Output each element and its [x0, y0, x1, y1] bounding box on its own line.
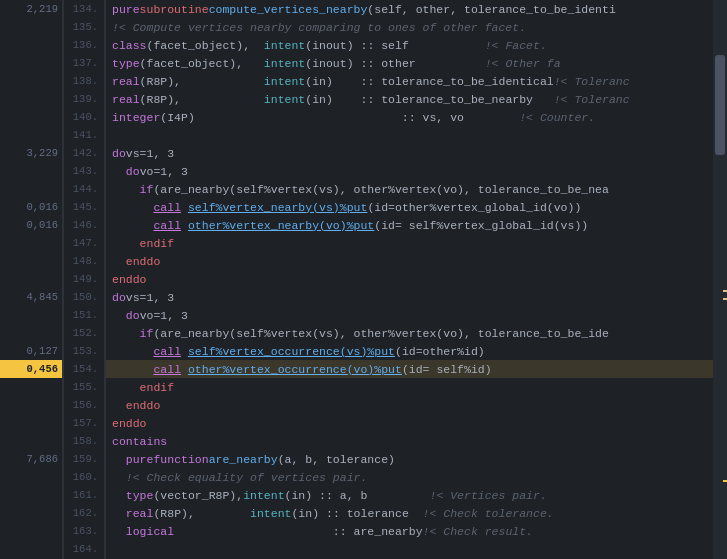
line-number: 139. [64, 90, 104, 108]
line-number: 162. [64, 504, 104, 522]
code-line [106, 126, 713, 144]
code-line: integer(I4P) :: vs, vo !< Counter. [106, 108, 713, 126]
gutter-row: 0,127 [0, 342, 62, 360]
gutter-row [0, 378, 62, 396]
line-number: 158. [64, 432, 104, 450]
gutter-row [0, 54, 62, 72]
gutter-row [0, 306, 62, 324]
code-line: do vs=1, 3 [106, 144, 713, 162]
code-line: endif [106, 234, 713, 252]
scrollbar-marker-2 [723, 298, 727, 300]
line-number: 145. [64, 198, 104, 216]
gutter-row [0, 468, 62, 486]
line-number: 144. [64, 180, 104, 198]
code-line: type(facet_object), intent(inout) :: oth… [106, 54, 713, 72]
line-number: 160. [64, 468, 104, 486]
scrollbar[interactable] [713, 0, 727, 559]
line-numbers: 134.135.136.137.138.139.140.141.142.143.… [64, 0, 104, 559]
code-line [106, 540, 713, 558]
line-number: 146. [64, 216, 104, 234]
gutter-row [0, 18, 62, 36]
line-number: 155. [64, 378, 104, 396]
code-line: real(R8P), intent(in) :: tolerance_to_be… [106, 72, 713, 90]
line-number: 154. [64, 360, 104, 378]
code-line: call self%vertex_occurrence(vs)%put(id=o… [106, 342, 713, 360]
code-editor: 2,2193,2290,0160,0164,8450,1270,4567,686… [0, 0, 727, 559]
gutter-row [0, 324, 62, 342]
gutter-row [0, 432, 62, 450]
line-number: 150. [64, 288, 104, 306]
line-number: 156. [64, 396, 104, 414]
line-number: 163. [64, 522, 104, 540]
line-number: 136. [64, 36, 104, 54]
line-number: 143. [64, 162, 104, 180]
code-line: call other%vertex_occurrence(vo)%put(id=… [106, 360, 713, 378]
line-number: 153. [64, 342, 104, 360]
code-line: if (are_nearby(self%vertex(vs), other%ve… [106, 180, 713, 198]
code-line: enddo [106, 396, 713, 414]
gutter-row [0, 414, 62, 432]
line-number: 152. [64, 324, 104, 342]
gutter-row [0, 270, 62, 288]
code-line: real(R8P), intent(in) :: tolerance_to_be… [106, 90, 713, 108]
line-number: 141. [64, 126, 104, 144]
code-line: do vo=1, 3 [106, 306, 713, 324]
code-line: enddo [106, 252, 713, 270]
profiling-gutter: 2,2193,2290,0160,0164,8450,1270,4567,686… [0, 0, 62, 559]
line-number: 149. [64, 270, 104, 288]
line-number: 148. [64, 252, 104, 270]
code-line: pure subroutine compute_vertices_nearby(… [106, 0, 713, 18]
code-line: call other%vertex_nearby(vo)%put(id= sel… [106, 216, 713, 234]
code-line: logical :: are_nearby !< Check result. [106, 522, 713, 540]
line-number: 151. [64, 306, 104, 324]
gutter-row [0, 252, 62, 270]
code-line: real(R8P), intent(in) :: tolerance !< Ch… [106, 504, 713, 522]
gutter-row [0, 180, 62, 198]
gutter-row [0, 504, 62, 522]
scrollbar-marker-1 [723, 290, 727, 292]
gutter-row: 2,219 [0, 0, 62, 18]
code-line: !< Compute vertices nearby comparing to … [106, 18, 713, 36]
code-content: pure subroutine compute_vertices_nearby(… [106, 0, 713, 559]
line-number: 142. [64, 144, 104, 162]
gutter-row: 3,229 [0, 144, 62, 162]
gutter-row: 4,845 [0, 288, 62, 306]
line-number: 157. [64, 414, 104, 432]
gutter-row: 0,016 [0, 198, 62, 216]
code-line: call self%vertex_nearby(vs)%put(id=other… [106, 198, 713, 216]
code-line: do vs=1, 3 [106, 288, 713, 306]
code-line: !< Check equality of vertices pair. [106, 468, 713, 486]
code-line: do vo=1, 3 [106, 162, 713, 180]
code-line: contains [106, 432, 713, 450]
line-number: 164. [64, 540, 104, 558]
line-number: 161. [64, 486, 104, 504]
gutter-row [0, 540, 62, 558]
line-number: 138. [64, 72, 104, 90]
code-line: if (are_nearby(self%vertex(vs), other%ve… [106, 324, 713, 342]
line-number: 135. [64, 18, 104, 36]
gutter-row [0, 108, 62, 126]
gutter-row [0, 36, 62, 54]
gutter-row [0, 126, 62, 144]
gutter-row [0, 72, 62, 90]
code-line: endif [106, 378, 713, 396]
line-number: 159. [64, 450, 104, 468]
code-line: pure function are_nearby(a, b, tolerance… [106, 450, 713, 468]
scrollbar-marker-3 [723, 480, 727, 482]
gutter-row [0, 234, 62, 252]
code-line: enddo [106, 270, 713, 288]
line-number: 137. [64, 54, 104, 72]
gutter-row: 0,456 [0, 360, 62, 378]
code-line: type(vector_R8P), intent(in) :: a, b !< … [106, 486, 713, 504]
code-line: class(facet_object), intent(inout) :: se… [106, 36, 713, 54]
gutter-row [0, 522, 62, 540]
gutter-row: 7,686 [0, 450, 62, 468]
scrollbar-thumb[interactable] [715, 55, 725, 155]
gutter-row: 0,016 [0, 216, 62, 234]
gutter-row [0, 396, 62, 414]
line-number: 147. [64, 234, 104, 252]
gutter-row [0, 90, 62, 108]
code-line: enddo [106, 414, 713, 432]
gutter-row [0, 162, 62, 180]
line-number: 134. [64, 0, 104, 18]
